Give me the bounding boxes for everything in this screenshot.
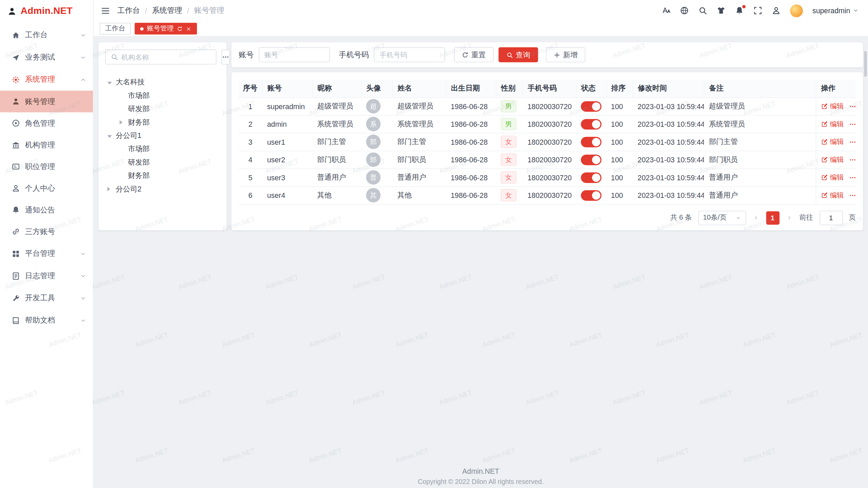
tree-node[interactable]: 市场部 — [105, 143, 220, 155]
edit-icon — [821, 174, 828, 181]
row-more-button[interactable] — [849, 191, 856, 199]
edit-button[interactable]: 编辑 — [821, 190, 844, 200]
org-tree: 大名科技市场部研发部财务部分公司1市场部研发部财务部分公司2 — [105, 76, 220, 195]
breadcrumb-item[interactable]: 系统管理 — [152, 5, 182, 16]
gender-badge: 男 — [501, 100, 516, 113]
edit-button[interactable]: 编辑 — [821, 155, 844, 164]
search-icon[interactable] — [698, 6, 707, 15]
tree-node[interactable]: 财务部 — [105, 116, 220, 128]
page-1-button[interactable]: 1 — [766, 211, 779, 224]
status-toggle[interactable] — [581, 137, 601, 147]
sidebar-group-business-test[interactable]: 业务测试 — [0, 46, 93, 68]
font-size-icon[interactable] — [662, 6, 670, 15]
user-menu[interactable]: superadmin — [812, 6, 859, 15]
tree-node[interactable]: 大名科技 — [105, 76, 220, 88]
org-search-input[interactable] — [121, 53, 211, 61]
status-toggle[interactable] — [581, 172, 601, 183]
fullscreen-icon[interactable] — [753, 6, 762, 15]
content: 大名科技市场部研发部财务部分公司1市场部研发部财务部分公司2 账号 手机号码 — [94, 37, 868, 488]
cell-order: 100 — [606, 115, 633, 133]
sidebar-group-log-admin[interactable]: 日志管理 — [0, 265, 93, 287]
edit-label: 编辑 — [830, 173, 844, 182]
breadcrumb-item[interactable]: 账号管理 — [194, 5, 224, 16]
edit-button[interactable]: 编辑 — [821, 173, 844, 182]
reset-button[interactable]: 重置 — [454, 47, 494, 62]
avatar: 超 — [366, 99, 381, 114]
sidebar-item-account-admin[interactable]: 账号管理 — [0, 90, 93, 112]
sidebar-group-platform-admin[interactable]: 平台管理 — [0, 242, 93, 265]
sidebar-item-role-admin[interactable]: 角色管理 — [0, 112, 93, 134]
sidebar-item-third-account[interactable]: 三方账号 — [0, 221, 93, 242]
row-more-button[interactable] — [849, 138, 856, 145]
page-size-select[interactable]: 10条/页 — [698, 210, 746, 225]
cell-gender: 男 — [496, 97, 522, 115]
sidebar-group-dev-tools[interactable]: 开发工具 — [0, 287, 93, 309]
row-more-button[interactable] — [849, 120, 856, 127]
add-button[interactable]: 新增 — [546, 47, 586, 62]
column-header-name: 姓名 — [392, 80, 446, 98]
avatar: 系 — [366, 117, 381, 131]
chevron-down-icon — [853, 8, 859, 13]
tree-node[interactable]: 研发部 — [105, 103, 220, 115]
tab-refresh-icon[interactable] — [177, 26, 182, 31]
tree-node[interactable]: 市场部 — [105, 89, 220, 102]
account-input[interactable] — [259, 47, 330, 62]
tree-node[interactable]: 分公司1 — [105, 129, 220, 142]
user-avatar[interactable] — [790, 4, 803, 17]
cards-row: 大名科技市场部研发部财务部分公司1市场部研发部财务部分公司2 账号 手机号码 — [98, 42, 863, 230]
sidebar-item-profile-center[interactable]: 个人中心 — [0, 177, 93, 199]
help-docs-icon — [12, 316, 20, 325]
cell-remark: 部门主管 — [704, 133, 816, 151]
sidebar-group-help-docs[interactable]: 帮助文档 — [0, 309, 93, 331]
status-toggle[interactable] — [581, 190, 601, 200]
next-page-button[interactable] — [785, 211, 793, 224]
scrollbar[interactable] — [864, 51, 867, 77]
third-account-icon — [12, 227, 20, 236]
org-search-row — [105, 49, 220, 64]
org-more-button[interactable] — [221, 49, 230, 64]
status-toggle[interactable] — [581, 154, 601, 165]
sidebar-item-post-admin[interactable]: 职位管理 — [0, 156, 93, 177]
tree-node[interactable]: 研发部 — [105, 156, 220, 168]
menu-toggle-icon[interactable] — [101, 6, 110, 15]
breadcrumb: 工作台/系统管理/账号管理 — [117, 5, 224, 16]
sidebar-item-label: 业务测试 — [25, 52, 75, 62]
edit-button[interactable]: 编辑 — [821, 119, 844, 129]
chevron-down-icon — [80, 250, 86, 257]
language-icon[interactable] — [680, 6, 689, 15]
avatar: 普 — [366, 170, 381, 185]
sidebar-item-notice[interactable]: 通知公告 — [0, 199, 93, 221]
tab-close-icon[interactable] — [186, 26, 191, 31]
breadcrumb-item[interactable]: 工作台 — [117, 5, 140, 16]
tree-node[interactable]: 财务部 — [105, 170, 220, 182]
status-toggle[interactable] — [581, 101, 601, 111]
theme-icon[interactable] — [717, 6, 726, 15]
tab-account-admin[interactable]: 账号管理 — [135, 23, 197, 34]
row-more-button[interactable] — [849, 156, 856, 163]
sidebar-group-system-admin[interactable]: 系统管理 — [0, 68, 93, 91]
edit-label: 编辑 — [830, 137, 844, 147]
tree-node-label: 市场部 — [128, 144, 150, 154]
cell-birthday: 1986-06-28 — [446, 168, 496, 186]
row-more-button[interactable] — [849, 174, 856, 181]
search-button[interactable]: 查询 — [498, 47, 538, 62]
goto-page-input[interactable] — [819, 210, 843, 225]
phone-input[interactable] — [374, 47, 445, 62]
table-header-row: 序号账号昵称头像姓名出生日期性别手机号码状态排序修改时间备注操作 — [239, 80, 856, 98]
edit-button[interactable]: 编辑 — [821, 137, 844, 147]
tab-workbench[interactable]: 工作台 — [100, 23, 131, 34]
logo[interactable]: Admin.NET — [0, 0, 93, 22]
cell-no: 5 — [239, 168, 262, 186]
sidebar-group-workbench[interactable]: 工作台 — [0, 24, 93, 46]
sidebar-item-org-admin[interactable]: 机构管理 — [0, 134, 93, 156]
tree-node[interactable]: 分公司2 — [105, 183, 220, 195]
edit-button[interactable]: 编辑 — [821, 101, 844, 111]
row-more-button[interactable] — [849, 103, 856, 110]
notification-dot — [742, 5, 746, 8]
profile-icon[interactable] — [772, 6, 781, 15]
notification-icon[interactable] — [735, 6, 744, 15]
status-toggle[interactable] — [581, 119, 601, 129]
sidebar-item-label: 角色管理 — [25, 118, 86, 128]
gender-badge: 女 — [501, 189, 516, 201]
prev-page-button[interactable] — [752, 211, 760, 224]
